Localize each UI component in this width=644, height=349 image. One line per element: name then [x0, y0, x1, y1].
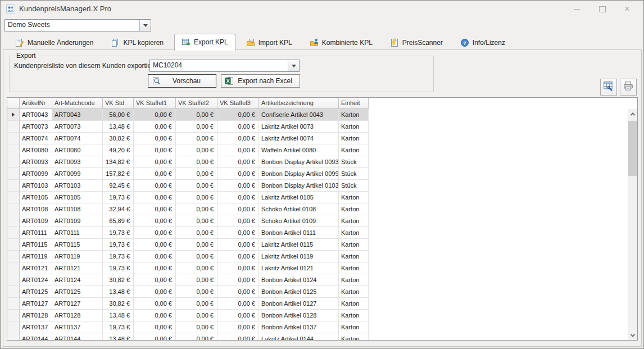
cell-bezeichnung[interactable]: Bonbon Artikel 0137 — [259, 321, 339, 333]
cell-artikelnr[interactable]: ART0043 — [20, 109, 52, 121]
scroll-down-button[interactable] — [628, 330, 637, 340]
cell-artikelnr[interactable]: ART0125 — [20, 286, 52, 298]
vertical-scrollbar[interactable] — [628, 109, 637, 340]
cell-vk_staffel3[interactable]: 0,00 € — [217, 215, 259, 227]
cell-matchcode[interactable]: ART0073 — [52, 121, 103, 133]
cell-einheit[interactable]: Karton — [339, 262, 369, 274]
print-button[interactable] — [620, 79, 637, 96]
kpl-select-dropdown-button[interactable] — [288, 60, 299, 71]
cell-bezeichnung[interactable]: Lakritz Artikel 0144 — [259, 333, 339, 341]
scroll-up-button[interactable] — [628, 109, 637, 119]
cell-vk_staffel2[interactable]: 0,00 € — [176, 239, 217, 251]
cell-vk_staffel2[interactable]: 0,00 € — [176, 286, 217, 298]
cell-artikelnr[interactable]: ART0137 — [20, 321, 52, 333]
cell-vk_staffel1[interactable]: 0,00 € — [134, 333, 176, 341]
cell-artikelnr[interactable]: ART0119 — [20, 251, 52, 262]
cell-artikelnr[interactable]: ART0103 — [20, 180, 52, 192]
cell-vk_staffel3[interactable]: 0,00 € — [217, 180, 259, 192]
cell-vk_staffel2[interactable]: 0,00 € — [176, 156, 217, 168]
cell-vk_staffel2[interactable]: 0,00 € — [176, 310, 217, 321]
cell-vk_std[interactable]: 49,20 € — [103, 144, 134, 156]
cell-einheit[interactable]: Karton — [339, 239, 369, 251]
cell-vk_std[interactable]: 19,73 € — [103, 262, 134, 274]
cell-einheit[interactable]: Karton — [339, 109, 369, 121]
table-row[interactable]: ART0105ART010519,73 €0,00 €0,00 €0,00 €L… — [7, 192, 369, 203]
cell-vk_staffel1[interactable]: 0,00 € — [134, 239, 176, 251]
cell-matchcode[interactable]: ART0099 — [52, 168, 103, 180]
cell-matchcode[interactable]: ART0109 — [52, 215, 103, 227]
row-selector[interactable] — [7, 203, 20, 215]
table-row[interactable]: ART0125ART012513,48 €0,00 €0,00 €0,00 €B… — [7, 286, 369, 298]
cell-einheit[interactable]: Stück — [339, 180, 369, 192]
column-header-vk_std[interactable]: VK Std — [103, 98, 134, 109]
table-row[interactable]: ART0108ART010832,94 €0,00 €0,00 €0,00 €S… — [7, 203, 369, 215]
cell-vk_std[interactable]: 65,89 € — [103, 215, 134, 227]
row-selector[interactable] — [7, 109, 20, 121]
cell-artikelnr[interactable]: ART0099 — [20, 168, 52, 180]
table-row[interactable]: ART0093ART0093134,82 €0,00 €0,00 €0,00 €… — [7, 156, 369, 168]
cell-vk_staffel1[interactable]: 0,00 € — [134, 298, 176, 310]
cell-vk_staffel2[interactable]: 0,00 € — [176, 321, 217, 333]
cell-vk_staffel1[interactable]: 0,00 € — [134, 109, 176, 121]
cell-vk_staffel1[interactable]: 0,00 € — [134, 274, 176, 286]
cell-matchcode[interactable]: ART0111 — [52, 227, 103, 239]
cell-bezeichnung[interactable]: Bonbon Display Artikel 0099 — [259, 168, 339, 180]
cell-bezeichnung[interactable]: Lakritz Artikel 0115 — [259, 239, 339, 251]
cell-matchcode[interactable]: ART0128 — [52, 310, 103, 321]
close-button[interactable]: × — [618, 1, 637, 17]
cell-vk_staffel3[interactable]: 0,00 € — [217, 109, 259, 121]
cell-einheit[interactable]: Karton — [339, 215, 369, 227]
column-header-einheit[interactable]: Einheit — [339, 98, 369, 109]
cell-artikelnr[interactable]: ART0105 — [20, 192, 52, 203]
cell-vk_staffel2[interactable]: 0,00 € — [176, 333, 217, 341]
cell-vk_std[interactable]: 19,73 € — [103, 192, 134, 203]
row-selector[interactable] — [7, 180, 20, 192]
row-selector[interactable] — [7, 262, 20, 274]
column-header-vk_staffel3[interactable]: VK Staffel3 — [217, 98, 259, 109]
cell-einheit[interactable]: Karton — [339, 227, 369, 239]
tab-import-kpl[interactable]: Import KPL — [239, 35, 299, 50]
table-row[interactable]: ART0099ART0099157,82 €0,00 €0,00 €0,00 €… — [7, 168, 369, 180]
cell-bezeichnung[interactable]: Waffeln Artikel 0080 — [259, 144, 339, 156]
cell-einheit[interactable]: Stück — [339, 156, 369, 168]
cell-vk_staffel3[interactable]: 0,00 € — [217, 262, 259, 274]
cell-vk_staffel2[interactable]: 0,00 € — [176, 203, 217, 215]
cell-vk_staffel1[interactable]: 0,00 € — [134, 286, 176, 298]
cell-vk_staffel2[interactable]: 0,00 € — [176, 262, 217, 274]
cell-artikelnr[interactable]: ART0127 — [20, 298, 52, 310]
cell-artikelnr[interactable]: ART0109 — [20, 215, 52, 227]
cell-artikelnr[interactable]: ART0111 — [20, 227, 52, 239]
cell-einheit[interactable]: Karton — [339, 298, 369, 310]
cell-vk_staffel3[interactable]: 0,00 € — [217, 251, 259, 262]
cell-vk_staffel3[interactable]: 0,00 € — [217, 274, 259, 286]
column-header-matchcode[interactable]: Art-Matchcode — [52, 98, 103, 109]
row-selector[interactable] — [7, 156, 20, 168]
row-selector[interactable] — [7, 274, 20, 286]
cell-vk_staffel2[interactable]: 0,00 € — [176, 180, 217, 192]
cell-vk_staffel1[interactable]: 0,00 € — [134, 133, 176, 144]
cell-vk_staffel3[interactable]: 0,00 € — [217, 156, 259, 168]
row-selector[interactable] — [7, 310, 20, 321]
cell-vk_staffel3[interactable]: 0,00 € — [217, 310, 259, 321]
cell-vk_staffel2[interactable]: 0,00 € — [176, 215, 217, 227]
cell-bezeichnung[interactable]: Bonbon Artikel 0125 — [259, 286, 339, 298]
cell-einheit[interactable]: Karton — [339, 321, 369, 333]
cell-vk_std[interactable]: 134,82 € — [103, 156, 134, 168]
maximize-button[interactable] — [593, 1, 612, 17]
row-selector[interactable] — [7, 168, 20, 180]
column-header-vk_staffel1[interactable]: VK Staffel1 — [134, 98, 176, 109]
cell-vk_staffel2[interactable]: 0,00 € — [176, 192, 217, 203]
cell-matchcode[interactable]: ART0137 — [52, 321, 103, 333]
cell-vk_staffel1[interactable]: 0,00 € — [134, 144, 176, 156]
cell-einheit[interactable]: Karton — [339, 121, 369, 133]
cell-bezeichnung[interactable]: Confiserie Artikel 0043 — [259, 109, 339, 121]
cell-einheit[interactable]: Karton — [339, 274, 369, 286]
cell-vk_std[interactable]: 30,82 € — [103, 298, 134, 310]
cell-matchcode[interactable]: ART0125 — [52, 286, 103, 298]
cell-artikelnr[interactable]: ART0115 — [20, 239, 52, 251]
cell-vk_staffel1[interactable]: 0,00 € — [134, 227, 176, 239]
cell-matchcode[interactable]: ART0043 — [52, 109, 103, 121]
cell-artikelnr[interactable]: ART0073 — [20, 121, 52, 133]
table-row[interactable]: ART0103ART010392,45 €0,00 €0,00 €0,00 €B… — [7, 180, 369, 192]
row-selector[interactable] — [7, 286, 20, 298]
